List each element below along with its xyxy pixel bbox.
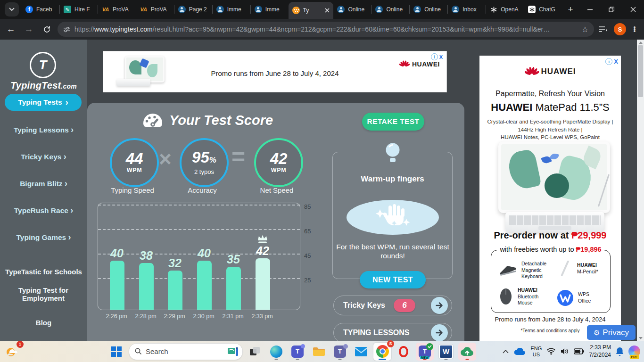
ad-choices[interactable]: i X [431,53,443,60]
tab-page2[interactable]: Page 2 [174,1,212,17]
tab-prova-2[interactable]: VAProVA [136,1,174,17]
chart-bar-column: 40 [193,247,215,310]
tab-title: Page 2 [189,6,208,13]
tab-immersive-1[interactable]: Imme [213,1,250,17]
tab-online-2[interactable]: Online [372,1,409,17]
url-text: https://www.typingtest.com/result.html?a… [74,25,578,33]
preorder-text: Pre-order now at ₱29,999 [479,230,621,241]
battery-icon[interactable] [574,348,584,354]
restore-button[interactable] [601,0,622,19]
freebie-keyboard: DetachableMagneticKeyboard [498,261,546,280]
scroll-up-arrow[interactable] [637,40,644,45]
tab-chatgpt[interactable]: ChatG [524,1,562,17]
privacy-button[interactable]: ⚙ Privacy [587,325,636,340]
copilot-pre-badge: PRE [629,355,639,359]
site-info-icon[interactable] [63,26,70,33]
teams-icon: T [291,346,304,358]
taskbar-clock[interactable]: 2:33 PM7/2/2024 [589,344,611,359]
sidebar-item-typing-games[interactable]: Typing Games › [0,232,87,242]
tab-immersive-2[interactable]: Imme [251,1,289,17]
ad-close-icon[interactable]: X [439,54,443,60]
wifi-icon[interactable] [546,348,556,355]
bookmark-star-icon[interactable]: ☆ [582,25,588,34]
taskbar-app-word[interactable]: W [437,343,455,361]
sidebar-item-tricky-keys[interactable]: Tricky Keys › [0,152,87,162]
sidebar-item-typetastic[interactable]: TypeTastic for Schools [0,268,87,276]
taskbar-app-teams[interactable]: T [289,343,306,361]
tab-online-3[interactable]: Online [410,1,447,17]
close-window-button[interactable] [622,0,644,19]
taskbar-app-teams-classic[interactable]: T [331,343,349,361]
language-indicator[interactable]: ENGUS [530,346,542,357]
reading-list-icon[interactable] [599,25,607,33]
sidebar-item-typing-tests[interactable]: Typing Tests› [5,94,82,111]
multiply-sign: × [159,146,172,172]
forward-button[interactable]: → [22,22,36,36]
ad-choices[interactable]: i X [605,58,618,65]
retake-test-button[interactable]: RETAKE TEST [362,113,424,131]
new-tab-button[interactable]: + [564,3,577,16]
profile-avatar[interactable]: S [614,23,626,35]
tab-search-button[interactable] [5,2,19,16]
va-logo-icon: VA [140,6,148,13]
new-test-button[interactable]: NEW TEST [360,271,426,288]
desktop-screen: fFaceb ✎Hire F VAProVA VAProVA Page 2 Im… [0,0,644,362]
file-explorer-icon [313,346,325,357]
notification-bell-icon[interactable] [616,347,624,356]
tab-inbox[interactable]: Inbox [448,1,486,17]
tab-openai[interactable]: OpenA [486,1,524,17]
tab-online-1[interactable]: Online [333,1,371,17]
adchoices-info-icon[interactable]: i [605,58,612,65]
chart-yticks: 25456585 [300,203,319,310]
volume-icon[interactable] [561,348,569,355]
scroll-down-arrow[interactable] [637,335,644,341]
tab-typingtest-active[interactable]: Ty [289,2,334,19]
sidebar-item-blog[interactable]: Blog [0,319,87,327]
taskbar-app-explorer[interactable] [310,343,328,361]
address-bar[interactable]: https://www.typingtest.com/result.html?a… [58,22,594,37]
start-button[interactable] [107,343,125,361]
typing-lessons-link[interactable]: TYPING LESSONS [333,323,452,341]
time-label: 2:31 pm [218,313,248,320]
sidebar-item-typing-lessons[interactable]: Typing Lessons › [0,125,87,135]
reload-button[interactable] [40,22,54,36]
onedrive-icon[interactable] [513,348,526,355]
browser-scrollbar[interactable] [637,40,644,341]
search-highlight-image[interactable] [227,346,239,357]
huawei-side-ad[interactable]: i X HUAWEI Papermatte, Refresh Your Visi… [479,56,621,341]
equals-sign: = [231,143,245,171]
taskbar-app-cloud-upload[interactable] [458,343,476,361]
browser-menu-icon[interactable]: ••• [630,26,639,32]
scrollbar-thumb[interactable] [638,45,643,97]
tricky-keys-badge: 6 [394,299,415,312]
minimize-button[interactable] [579,0,601,19]
window-controls [579,0,644,19]
tab-prova-1[interactable]: VAProVA [98,1,136,17]
weather-widget[interactable]: 1 [4,343,22,361]
close-tab-icon[interactable] [325,8,330,13]
taskbar-app-chrome-active[interactable]: S [373,343,391,361]
sidebar-item-bigram-blitz[interactable]: Bigram Blitz › [0,179,87,189]
go-arrow-button[interactable] [431,324,448,341]
adchoices-info-icon[interactable]: i [431,53,438,60]
tab-facebook[interactable]: fFaceb [22,1,59,17]
banner-ad[interactable]: Promo runs from June 28 to July 4, 2024 … [103,51,447,92]
taskbar-app-mail[interactable] [352,343,370,361]
go-arrow-button[interactable] [431,297,448,314]
ad-close-icon[interactable]: X [614,58,618,65]
taskbar-app-opera[interactable] [395,343,413,361]
task-view-button[interactable] [246,343,264,361]
taskbar-search[interactable]: Search [129,343,243,360]
copilot-icon[interactable]: PRE [628,346,640,357]
taskbar-app-teams-new[interactable]: T NEW [416,343,434,361]
sidebar-item-employment[interactable]: Typing Test for Employment [10,286,76,302]
back-button[interactable]: ← [4,22,18,36]
sidebar-item-typerush-race[interactable]: TypeRush Race › [0,206,87,215]
tab-title: ChatG [539,6,558,13]
tab-hire[interactable]: ✎Hire F [60,1,98,17]
tab-title: Online [424,6,444,13]
tricky-keys-link[interactable]: Tricky Keys 6 [333,296,452,315]
taskbar-app-edge[interactable] [267,343,285,361]
freebies-box: with freebies worth up to ₱19,896 Detach… [491,250,611,313]
show-hidden-icons-chevron[interactable] [503,350,509,354]
